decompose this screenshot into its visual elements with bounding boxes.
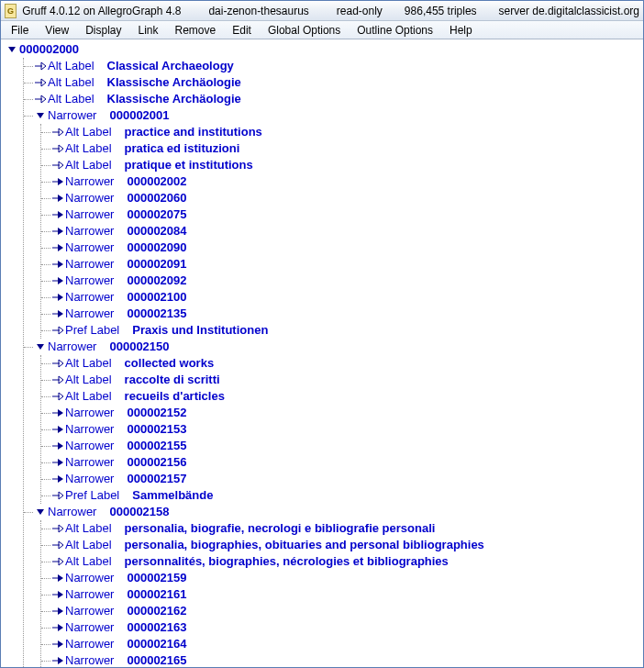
tree-row[interactable]: Narrower000002162 — [41, 603, 643, 619]
value-label[interactable]: 000002092 — [127, 273, 186, 289]
expander-closed-icon[interactable] — [52, 639, 63, 650]
tree-row[interactable]: Narrower000002163 — [41, 619, 643, 636]
menu-help[interactable]: Help — [441, 22, 481, 39]
tree-row[interactable]: Narrower000002075 — [41, 206, 643, 223]
menu-edit[interactable]: Edit — [224, 22, 260, 39]
tree-row[interactable]: Narrower000002091 — [41, 256, 643, 273]
value-label[interactable]: raccolte di scritti — [125, 372, 220, 388]
value-label[interactable]: personnalités, biographies, nécrologies … — [125, 553, 449, 570]
tree-row[interactable]: Narrower000002060 — [41, 190, 643, 206]
expander-closed-icon[interactable] — [52, 457, 63, 468]
tree-row[interactable]: Narrower000002156 — [41, 454, 643, 471]
tree-row[interactable]: Narrower000002161 — [41, 586, 643, 603]
value-label[interactable]: 000002150 — [109, 339, 169, 355]
value-label[interactable]: 000002164 — [127, 636, 186, 652]
expander-closed-icon[interactable] — [52, 606, 63, 617]
value-label[interactable]: 000002156 — [127, 454, 186, 471]
expander-closed-icon[interactable] — [52, 209, 63, 220]
tree-row[interactable]: Alt LabelKlassische Archäologie — [24, 91, 643, 107]
tree-row[interactable]: Narrower000002165 — [41, 652, 643, 667]
expander-open-icon[interactable] — [35, 341, 46, 352]
value-label[interactable]: 000002001 — [109, 107, 169, 124]
tree-row[interactable]: Alt Labelpratica ed istituzioni — [41, 140, 643, 157]
value-label[interactable]: Sammelbände — [132, 487, 213, 504]
tree-row[interactable]: Alt Labelpratique et institutions — [41, 157, 643, 173]
value-label[interactable]: 000002158 — [109, 504, 169, 520]
tree-row[interactable]: Alt Labelpersonalia, biografie, necrolog… — [41, 520, 643, 537]
tree-row[interactable]: Alt Labelraccolte di scritti — [41, 372, 643, 388]
tree-root-row[interactable]: 000002000 — [6, 41, 643, 58]
menu-display[interactable]: Display — [77, 22, 129, 39]
tree-row[interactable]: Alt Labelcollected works — [41, 355, 643, 372]
expander-open-icon[interactable] — [6, 44, 17, 55]
value-label[interactable]: 000002084 — [127, 223, 186, 239]
root-value[interactable]: 000002000 — [19, 41, 79, 58]
expander-closed-icon[interactable] — [52, 622, 63, 633]
tree-row[interactable]: Alt Labelpractice and institutions — [41, 124, 643, 140]
expander-closed-icon[interactable] — [52, 226, 63, 237]
value-label[interactable]: 000002165 — [127, 652, 186, 667]
expander-open-icon[interactable] — [35, 507, 46, 518]
value-label[interactable]: 000002075 — [127, 206, 186, 223]
value-label[interactable]: pratica ed istituzioni — [125, 140, 240, 157]
value-label[interactable]: collected works — [125, 355, 215, 372]
menu-link[interactable]: Link — [130, 22, 167, 39]
tree-row[interactable]: Alt Labelpersonnalités, biographies, néc… — [41, 553, 643, 570]
value-label[interactable]: Klassische Archäologie — [107, 91, 241, 107]
expander-closed-icon[interactable] — [52, 292, 63, 303]
value-label[interactable]: 000002152 — [127, 405, 186, 421]
value-label[interactable]: Classical Archaeology — [107, 58, 234, 74]
tree-row[interactable]: Narrower000002090 — [41, 239, 643, 256]
tree-row[interactable]: Narrower000002150 — [24, 339, 643, 355]
value-label[interactable]: 000002162 — [127, 603, 186, 619]
value-label[interactable]: 000002161 — [127, 586, 186, 603]
expander-closed-icon[interactable] — [52, 308, 63, 319]
outline-tree[interactable]: 000002000Alt LabelClassical ArchaeologyA… — [1, 39, 643, 667]
value-label[interactable]: 000002135 — [127, 306, 186, 322]
tree-row[interactable]: Alt LabelKlassische Archäologie — [24, 74, 643, 91]
value-label[interactable]: 000002157 — [127, 471, 186, 487]
value-label[interactable]: personalia, biografie, necrologi e bibli… — [125, 520, 436, 537]
menu-outline-options[interactable]: Outline Options — [349, 22, 441, 39]
expander-open-icon[interactable] — [35, 110, 46, 121]
value-label[interactable]: 000002090 — [127, 239, 186, 256]
value-label[interactable]: 000002060 — [127, 190, 186, 206]
tree-row[interactable]: Narrower000002153 — [41, 421, 643, 438]
value-label[interactable]: Klassische Archäologie — [107, 74, 241, 91]
value-label[interactable]: practice and institutions — [125, 124, 262, 140]
value-label[interactable]: 000002002 — [127, 173, 186, 190]
expander-closed-icon[interactable] — [52, 655, 63, 666]
value-label[interactable]: 000002153 — [127, 421, 186, 438]
tree-row[interactable]: Narrower000002157 — [41, 471, 643, 487]
expander-closed-icon[interactable] — [52, 242, 63, 253]
tree-row[interactable]: Narrower000002135 — [41, 306, 643, 322]
tree-row[interactable]: Narrower000002164 — [41, 636, 643, 652]
expander-closed-icon[interactable] — [52, 193, 63, 204]
menu-global-options[interactable]: Global Options — [260, 22, 349, 39]
value-label[interactable]: 000002159 — [127, 570, 186, 586]
value-label[interactable]: recueils d'articles — [125, 388, 225, 405]
tree-row[interactable]: Narrower000002152 — [41, 405, 643, 421]
menu-file[interactable]: File — [3, 22, 37, 39]
expander-closed-icon[interactable] — [52, 473, 63, 484]
expander-closed-icon[interactable] — [52, 176, 63, 187]
tree-row[interactable]: Pref LabelSammelbände — [41, 487, 643, 504]
expander-closed-icon[interactable] — [52, 573, 63, 584]
value-label[interactable]: 000002163 — [127, 619, 186, 636]
tree-row[interactable]: Narrower000002002 — [41, 173, 643, 190]
value-label[interactable]: Praxis und Institutionen — [132, 322, 268, 339]
tree-row[interactable]: Narrower000002159 — [41, 570, 643, 586]
tree-row[interactable]: Alt Labelpersonalia, biographies, obitua… — [41, 537, 643, 553]
expander-closed-icon[interactable] — [52, 424, 63, 435]
tree-row[interactable]: Alt Labelrecueils d'articles — [41, 388, 643, 405]
tree-row[interactable]: Narrower000002158 — [24, 504, 643, 520]
tree-row[interactable]: Narrower000002092 — [41, 273, 643, 289]
value-label[interactable]: pratique et institutions — [125, 157, 253, 173]
tree-row[interactable]: Narrower000002084 — [41, 223, 643, 239]
tree-row[interactable]: Narrower000002001 — [24, 107, 643, 124]
value-label[interactable]: personalia, biographies, obituaries and … — [125, 537, 484, 553]
value-label[interactable]: 000002100 — [127, 289, 186, 306]
value-label[interactable]: 000002155 — [127, 438, 186, 454]
tree-row[interactable]: Narrower000002100 — [41, 289, 643, 306]
expander-closed-icon[interactable] — [52, 259, 63, 270]
